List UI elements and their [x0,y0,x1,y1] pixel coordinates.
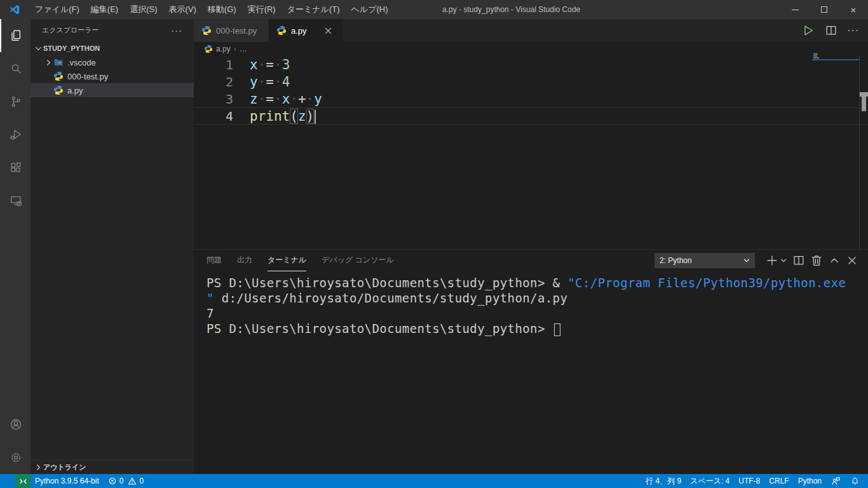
more-actions-button[interactable]: ··· [847,25,859,36]
status-bar: Python 3.9.5 64-bit 0 0 行 4、列 9スペース: 4UT… [0,474,868,488]
chevron-down-icon [742,256,751,265]
status-notifications[interactable] [846,474,864,488]
activity-remote-explorer[interactable] [0,184,31,217]
folder-icon [53,57,64,67]
code-line-3[interactable]: 3z·=·x·+·y [194,90,868,107]
panel-tab-debug-console[interactable]: デバッグ コンソール [322,250,394,271]
activity-account[interactable] [0,408,31,441]
tab-000-test.py[interactable]: 000-test.py [194,19,269,42]
status-encoding[interactable]: UTF-8 [734,474,764,488]
terminal-picker-dropdown[interactable]: 2: Python [654,253,755,268]
panel-tab-terminal[interactable]: ターミナル [268,250,306,271]
activity-extensions[interactable] [0,151,31,184]
python-icon [53,71,64,81]
remote-indicator[interactable] [15,474,31,488]
menu-terminal[interactable]: ターミナル(T) [281,0,346,19]
breadcrumb-symbol[interactable]: … [240,44,247,53]
menu-run[interactable]: 実行(R) [242,0,281,19]
code-line-2[interactable]: 2y·=·4 [194,73,868,90]
overview-ruler [859,56,868,249]
chevron-down-small-icon [779,256,788,265]
activity-explorer[interactable] [0,19,31,52]
run-python-file-button[interactable] [801,24,815,37]
panel-tabs: 問題出力ターミナルデバッグ コンソール [207,250,409,271]
settings-icon [9,451,23,464]
code-editor[interactable]: 1x·=·32y·=·43z·=·x·+·y4print(z) [194,56,868,249]
close-tab-button[interactable] [323,25,334,36]
new-terminal-button[interactable] [765,254,779,268]
python-interpreter-status[interactable]: Python 3.9.5 64-bit [31,474,104,488]
editor-group: 000-test.pya.py ··· a.py › … 1x·=·32y·=·… [194,19,868,474]
status-bar-right: 行 4、列 9スペース: 4UTF-8CRLFPython [641,474,868,488]
account-icon [9,417,23,431]
problems-status[interactable]: 0 0 [104,474,148,488]
terminal-line: 7 [207,306,868,322]
chevron-down-tree-icon [34,44,43,53]
kill-terminal-button[interactable] [810,254,824,268]
terminal-line: PS D:\Users\hiroysato\Documents\study_py… [207,276,868,291]
close-icon [845,254,859,268]
terminal-dropdown-button[interactable] [779,254,788,268]
status-cursor-position[interactable]: 行 4、列 9 [641,474,686,488]
terminal-line: PS D:\Users\hiroysato\Documents\study_py… [207,322,868,337]
chevron-right-icon [33,463,43,471]
status-language-mode[interactable]: Python [794,474,826,488]
minimap[interactable] [812,53,859,66]
warning-icon [128,477,137,485]
python-icon [201,25,212,36]
line-number: 1 [194,57,233,72]
line-number: 4 [194,109,233,124]
python-file-icon [204,44,213,53]
error-count: 0 [119,477,124,485]
tree-root-study-python[interactable]: STUDY_PYTHON [31,41,194,55]
trash-icon [810,254,824,268]
warning-count: 0 [139,477,144,485]
menu-file[interactable]: ファイル(F) [29,0,85,19]
panel-tab-problems[interactable]: 問題 [207,250,222,271]
sidebar-explorer: エクスプローラー ··· STUDY_PYTHON.vscode000-test… [31,19,194,474]
split-editor-button[interactable] [824,24,838,37]
menu-help[interactable]: ヘルプ(H) [346,0,394,19]
activity-search[interactable] [0,52,31,85]
split-icon [792,254,806,268]
source-control-icon [9,95,23,109]
menu-go[interactable]: 移動(G) [202,0,242,19]
split-terminal-button[interactable] [792,254,806,268]
tabs: 000-test.pya.py [194,19,344,42]
close-button[interactable]: × [839,0,868,19]
menu-view[interactable]: 表示(V) [163,0,202,19]
tree-item-000-test.py[interactable]: 000-test.py [31,69,194,83]
tree-item-.vscode[interactable]: .vscode [31,55,194,69]
terminal-output[interactable]: PS D:\Users\hiroysato\Documents\study_py… [194,271,868,474]
tab-a.py[interactable]: a.py [269,19,344,42]
python-icon [276,25,287,36]
maximize-button[interactable] [810,0,839,19]
minimize-button[interactable] [780,0,810,19]
window-title: a.py - study_python - Visual Studio Code [442,5,580,14]
panel-tab-output[interactable]: 出力 [237,250,252,271]
outline-section-header[interactable]: アウトライン [31,460,194,474]
maximize-panel-button[interactable] [827,254,841,268]
close-panel-button[interactable] [845,254,859,268]
editor-actions: ··· [801,19,868,42]
activity-settings[interactable] [0,441,31,474]
menu-selection[interactable]: 選択(S) [124,0,163,19]
status-indentation[interactable]: スペース: 4 [686,474,734,488]
code-line-4[interactable]: 4print(z) [194,107,868,125]
activity-source-control[interactable] [0,85,31,118]
tree-item-a.py[interactable]: a.py [31,83,194,97]
code-line-1[interactable]: 1x·=·3 [194,56,868,73]
explorer-more-actions-button[interactable]: ··· [171,25,182,36]
chevron-right-icon [34,463,43,471]
status-eol[interactable]: CRLF [764,474,793,488]
explorer-title: エクスプローラー [42,25,99,35]
breadcrumb-file[interactable]: a.py [216,44,231,53]
breadcrumb-separator: › [234,44,236,53]
status-feedback[interactable] [826,474,846,488]
menu-edit[interactable]: 編集(E) [85,0,124,19]
title-bar: ファイル(F)編集(E)選択(S)表示(V)移動(G)実行(R)ターミナル(T)… [0,0,868,19]
python-icon [53,85,64,95]
scrollbar-thumb[interactable] [860,92,868,97]
activity-run-debug[interactable] [0,118,31,151]
error-icon [108,477,117,485]
